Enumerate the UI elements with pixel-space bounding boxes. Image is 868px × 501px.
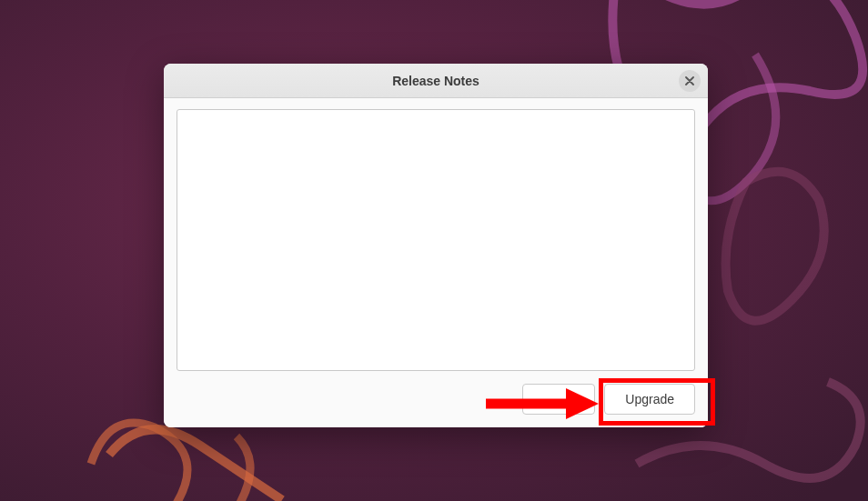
release-notes-dialog: Release Notes Upgrade: [164, 64, 708, 427]
dialog-body: Upgrade: [164, 98, 708, 427]
dialog-title: Release Notes: [392, 74, 479, 88]
close-button[interactable]: [679, 70, 701, 92]
secondary-button[interactable]: [522, 384, 595, 415]
dialog-titlebar: Release Notes: [164, 64, 708, 98]
close-icon: [685, 75, 694, 87]
dialog-button-row: Upgrade: [177, 384, 695, 415]
release-notes-content[interactable]: [177, 109, 695, 371]
upgrade-button[interactable]: Upgrade: [604, 384, 695, 415]
